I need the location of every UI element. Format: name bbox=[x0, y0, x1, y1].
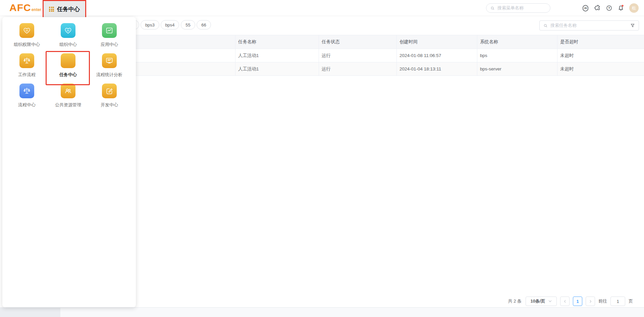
launcher-item-public-resource[interactable]: 公共资源管理 bbox=[48, 84, 88, 112]
logo-subtext: enter bbox=[32, 7, 41, 12]
page-size-value: 10条/页 bbox=[530, 298, 545, 304]
notification-bell-icon[interactable] bbox=[617, 4, 625, 12]
header-cell-system-name[interactable]: 系统名称 bbox=[477, 35, 557, 49]
launcher-item-label: 组织中心 bbox=[48, 42, 88, 48]
app-launcher-button[interactable]: 任务中心 bbox=[43, 0, 86, 18]
people-group-icon bbox=[61, 84, 75, 98]
sidebar-bottom-strip bbox=[0, 307, 60, 317]
cell-created-time: 2024-01-04 18:13:11 bbox=[397, 62, 477, 75]
launcher-item-label: 工作流程 bbox=[7, 72, 47, 78]
header-cell-task-status[interactable]: 任务状态 bbox=[319, 35, 397, 49]
app-launcher-panel: 组织权限中心 组织中心 应用中心 bbox=[2, 17, 136, 307]
tab-66[interactable]: 66 bbox=[197, 20, 211, 30]
menu-search-placeholder: 搜索菜单名称 bbox=[497, 5, 524, 11]
launcher-button-label: 任务中心 bbox=[57, 5, 80, 13]
launcher-item-label: 流程统计分析 bbox=[89, 72, 129, 78]
next-page-button[interactable] bbox=[586, 297, 595, 306]
page-unit-label: 页 bbox=[629, 298, 633, 304]
cell-task-name[interactable]: 人工活动1 bbox=[235, 62, 319, 75]
cell-timeout: 未超时 bbox=[557, 49, 644, 62]
launcher-item-dev-center[interactable]: 开发中心 bbox=[89, 84, 129, 112]
heart-face-icon bbox=[19, 23, 34, 38]
ai-assistant-icon[interactable]: AI bbox=[582, 4, 589, 12]
top-header: AFCenter 任务中心 搜索菜单名称 AI ? bbox=[0, 0, 644, 16]
launcher-item-process-center[interactable]: 流程中心 bbox=[7, 84, 47, 112]
launcher-item-task-center[interactable]: 任务中心 bbox=[48, 53, 88, 82]
launcher-item-label: 开发中心 bbox=[89, 102, 129, 108]
scales-icon bbox=[19, 53, 34, 68]
task-center-icon bbox=[61, 53, 75, 68]
report-board-icon bbox=[102, 53, 117, 68]
task-search-input[interactable]: 搜索任务名称 bbox=[539, 20, 639, 31]
menu-search-input[interactable]: 搜索菜单名称 bbox=[486, 3, 550, 13]
launcher-item-label: 公共资源管理 bbox=[48, 102, 88, 108]
page-size-select[interactable]: 10条/页 bbox=[526, 297, 557, 306]
help-icon[interactable]: ? bbox=[606, 5, 612, 11]
launcher-item-label: 组织权限中心 bbox=[7, 42, 47, 48]
trend-chart-icon bbox=[102, 23, 117, 38]
cell-task-status: 运行 bbox=[319, 49, 397, 62]
prev-page-button[interactable] bbox=[560, 297, 570, 306]
launcher-item-label: 流程中心 bbox=[7, 102, 47, 108]
tab-bps4[interactable]: bps4 bbox=[161, 20, 179, 30]
launcher-item-label: 任务中心 bbox=[48, 72, 88, 78]
task-search-placeholder: 搜索任务名称 bbox=[550, 22, 577, 29]
svg-text:AI: AI bbox=[584, 7, 587, 10]
header-cell-created-time[interactable]: 创建时间 bbox=[397, 35, 477, 49]
cell-system-name: bps-server bbox=[477, 62, 557, 75]
filter-funnel-icon[interactable] bbox=[630, 23, 635, 28]
search-icon bbox=[490, 6, 495, 11]
launcher-item-org-permission-center[interactable]: 组织权限中心 bbox=[7, 23, 47, 51]
cell-system-name: bps bbox=[477, 49, 557, 62]
cell-created-time: 2024-01-08 11:06:57 bbox=[397, 49, 477, 62]
launcher-item-label: 应用中心 bbox=[89, 42, 129, 48]
header-cell-task-name[interactable]: 任务名称 bbox=[235, 35, 319, 49]
plugin-puzzle-icon[interactable] bbox=[594, 5, 601, 12]
heart-face-icon bbox=[61, 23, 75, 38]
edit-compose-icon bbox=[102, 84, 117, 98]
pagination-bar: 共 2 条 10条/页 1 前往 页 bbox=[508, 296, 633, 306]
chevron-left-icon bbox=[563, 299, 567, 304]
launcher-item-process-statistics[interactable]: 流程统计分析 bbox=[89, 53, 129, 82]
header-cell-timeout[interactable]: 是否超时 bbox=[557, 35, 644, 49]
content-bottom-divider bbox=[60, 307, 644, 317]
header-icon-group: AI ? 租 bbox=[582, 0, 639, 16]
table-row[interactable]: 人工活动1 运行 2024-01-04 18:13:11 bps-server … bbox=[60, 62, 644, 76]
tab-bps3[interactable]: bps3 bbox=[141, 20, 159, 30]
search-icon bbox=[543, 23, 548, 28]
pagination-total: 共 2 条 bbox=[508, 298, 522, 304]
goto-label: 前往 bbox=[598, 298, 607, 304]
table-header-row: 任务名称 任务状态 创建时间 系统名称 是否超时 bbox=[60, 35, 644, 49]
grid-menu-icon bbox=[49, 7, 54, 12]
tab-55[interactable]: 55 bbox=[181, 20, 195, 30]
goto-page-input[interactable] bbox=[610, 297, 625, 306]
cell-timeout: 未超时 bbox=[557, 62, 644, 75]
chevron-right-icon bbox=[588, 299, 593, 304]
launcher-item-app-center[interactable]: 应用中心 bbox=[89, 23, 129, 51]
launcher-item-workflow[interactable]: 工作流程 bbox=[7, 53, 47, 82]
task-table: 任务名称 任务状态 创建时间 系统名称 是否超时 人工活动1 运行 2024-0… bbox=[60, 35, 644, 76]
svg-text:?: ? bbox=[608, 6, 610, 10]
launcher-item-org-center[interactable]: 组织中心 bbox=[48, 23, 88, 51]
app-logo: AFCenter bbox=[9, 2, 41, 13]
chevron-down-icon bbox=[548, 299, 552, 303]
scales-icon bbox=[19, 84, 34, 98]
table-row[interactable]: 人工活动1 运行 2024-01-08 11:06:57 bps 未超时 bbox=[60, 49, 644, 62]
cell-task-name[interactable]: 人工活动1 bbox=[235, 49, 319, 62]
logo-text: AFC bbox=[9, 2, 31, 13]
user-avatar[interactable]: 租 bbox=[629, 3, 639, 13]
page-number-button[interactable]: 1 bbox=[573, 297, 582, 306]
notification-dot bbox=[622, 5, 623, 6]
cell-task-status: 运行 bbox=[319, 62, 397, 75]
